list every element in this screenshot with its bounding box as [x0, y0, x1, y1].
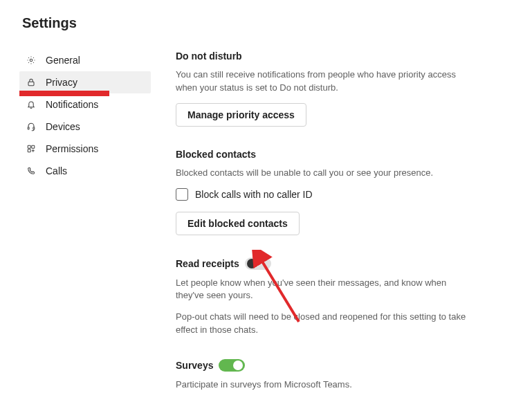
surveys-toggle[interactable]: [219, 359, 245, 372]
sidebar-item-permissions[interactable]: Permissions: [19, 138, 151, 160]
section-surveys: Surveys Participate in surveys from Micr…: [176, 359, 473, 392]
surveys-description: Participate in surveys from Microsoft Te…: [176, 378, 473, 392]
read-receipts-description-2: Pop-out chats will need to be closed and…: [176, 311, 473, 337]
surveys-title: Surveys: [176, 360, 213, 371]
page-title: Settings: [19, 15, 495, 31]
sidebar-item-label: Permissions: [46, 143, 98, 154]
sidebar-item-label: Devices: [46, 121, 80, 132]
svg-rect-3: [33, 127, 35, 129]
bell-icon: [25, 98, 37, 111]
settings-sidebar: General Privacy: [19, 49, 151, 414]
svg-rect-2: [28, 127, 29, 129]
dnd-description: You can still receive notifications from…: [176, 69, 473, 95]
sidebar-item-calls[interactable]: Calls: [19, 160, 151, 182]
gear-icon: [25, 54, 37, 66]
edit-blocked-contacts-button[interactable]: Edit blocked contacts: [176, 212, 300, 235]
section-read-receipts: Read receipts Let people know when you'v…: [176, 257, 473, 337]
svg-rect-6: [28, 149, 30, 152]
blocked-description: Blocked contacts will be unable to call …: [176, 167, 473, 180]
read-receipts-toggle[interactable]: [245, 257, 271, 270]
apps-icon: [25, 143, 37, 155]
sidebar-item-devices[interactable]: Devices: [19, 116, 151, 138]
sidebar-item-label: Privacy: [46, 77, 77, 88]
headset-icon: [25, 120, 37, 133]
svg-rect-1: [28, 82, 34, 86]
manage-priority-access-button[interactable]: Manage priority access: [176, 103, 306, 127]
read-receipts-description-1: Let people know when you've seen their m…: [176, 277, 473, 303]
read-receipts-title: Read receipts: [176, 258, 239, 269]
block-no-caller-id-row: Block calls with no caller ID: [176, 188, 473, 201]
phone-icon: [25, 165, 37, 177]
sidebar-item-label: General: [46, 55, 80, 66]
dnd-title: Do not disturb: [176, 51, 473, 62]
section-do-not-disturb: Do not disturb You can still receive not…: [176, 51, 473, 127]
svg-rect-4: [28, 145, 30, 148]
svg-point-0: [30, 59, 33, 62]
section-blocked-contacts: Blocked contacts Blocked contacts will b…: [176, 149, 473, 235]
block-no-caller-id-label: Block calls with no caller ID: [195, 189, 313, 200]
block-no-caller-id-checkbox[interactable]: [176, 188, 188, 201]
settings-content: Do not disturb You can still receive not…: [176, 49, 473, 414]
sidebar-item-label: Calls: [46, 165, 67, 176]
lock-icon: [25, 76, 37, 89]
svg-rect-5: [32, 145, 35, 148]
sidebar-item-notifications[interactable]: Notifications: [19, 93, 151, 116]
blocked-title: Blocked contacts: [176, 149, 473, 160]
sidebar-item-general[interactable]: General: [19, 49, 151, 71]
annotation-underline: [19, 91, 109, 96]
sidebar-item-label: Notifications: [46, 99, 98, 110]
